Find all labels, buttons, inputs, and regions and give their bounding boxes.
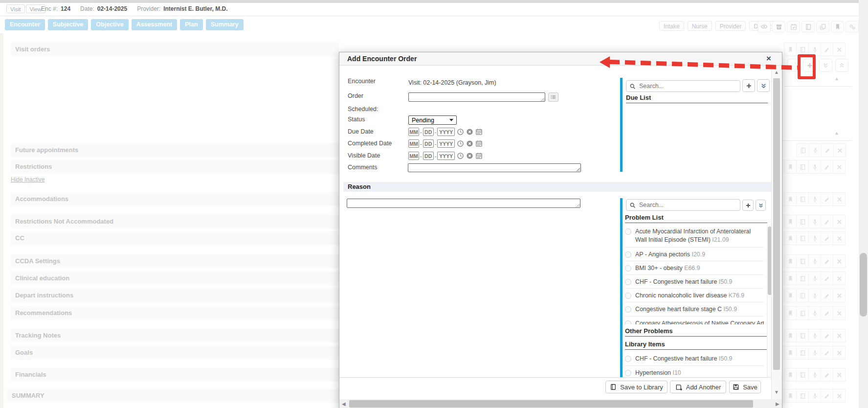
add-icon[interactable] (742, 79, 755, 92)
book-icon[interactable] (797, 143, 809, 157)
book-icon[interactable] (796, 329, 809, 342)
bookmark-icon[interactable] (784, 306, 797, 320)
close-icon[interactable] (833, 215, 846, 228)
expand-list-icon[interactable] (756, 200, 766, 211)
pencil-icon[interactable] (821, 143, 834, 157)
microphone-icon[interactable] (808, 389, 821, 403)
close-icon[interactable] (833, 43, 846, 56)
calendar-icon[interactable] (475, 128, 483, 136)
close-icon[interactable] (833, 143, 846, 157)
pencil-icon[interactable] (821, 192, 833, 206)
order-input[interactable] (408, 92, 545, 102)
close-icon[interactable] (833, 160, 846, 174)
radio-icon[interactable] (625, 251, 631, 258)
bookmark-icon[interactable] (784, 254, 797, 268)
order-list-icon[interactable] (548, 92, 558, 102)
section-restrictions-not-accommodated[interactable]: Restrictions Not Accommodated (11, 215, 339, 228)
problem-item[interactable]: BMI 30+ - obesity E66.9 (625, 261, 764, 275)
clear-date-icon[interactable] (466, 128, 473, 136)
radio-icon[interactable] (625, 265, 631, 272)
section-financials[interactable]: Financials (11, 368, 339, 382)
close-icon[interactable]: × (764, 54, 774, 64)
close-icon[interactable] (833, 272, 846, 285)
save-to-library-button[interactable]: Save to Library (605, 381, 668, 393)
book-icon[interactable] (796, 192, 809, 206)
section-accommodations[interactable]: Accommodations (11, 192, 339, 206)
bookmark-icon[interactable] (784, 43, 797, 56)
book-icon[interactable] (796, 346, 809, 360)
section-depart-instructions[interactable]: Depart instructions (11, 289, 339, 302)
microphone-icon[interactable] (808, 329, 821, 342)
microphone-icon[interactable] (808, 215, 821, 228)
problem-item[interactable]: CHF - Congestive heart failure I50.9 (625, 275, 764, 289)
clock-icon[interactable] (457, 152, 464, 159)
close-icon[interactable] (833, 306, 846, 320)
section-recommendations[interactable]: Recommendations (11, 306, 339, 320)
problem-item[interactable]: Congestive heart failure stage C I50.9 (625, 302, 764, 317)
close-icon[interactable] (833, 368, 846, 382)
section-cc[interactable]: CC (11, 231, 339, 245)
bookmark-icon[interactable] (784, 289, 797, 302)
book-icon[interactable] (796, 389, 809, 403)
due-search-input[interactable] (638, 82, 737, 90)
section-ccda-settings[interactable]: CCDA Settings (11, 254, 339, 268)
pencil-icon[interactable] (821, 329, 833, 342)
modal-horizontal-scrollbar[interactable]: ◀ ▶ (339, 399, 782, 408)
visible-yyyy-input[interactable] (437, 152, 455, 160)
pencil-icon[interactable] (821, 215, 833, 228)
completed-dd-input[interactable] (423, 139, 434, 148)
expand-list-icon[interactable] (757, 79, 770, 92)
book-icon[interactable] (796, 289, 809, 302)
reason-input[interactable] (347, 199, 580, 208)
save-button[interactable]: Save (729, 381, 761, 393)
clock-icon[interactable] (457, 128, 464, 136)
archive-icon[interactable] (772, 21, 785, 32)
due-dd-input[interactable] (423, 128, 434, 136)
radio-icon[interactable] (625, 356, 631, 362)
pencil-icon[interactable] (821, 43, 833, 56)
tab-objective[interactable]: Objective (91, 19, 128, 30)
scroll-down-icon[interactable]: ▼ (774, 389, 779, 395)
bookmark-icon[interactable] (831, 21, 844, 32)
bookmark-icon[interactable] (784, 192, 797, 206)
reason-search-input[interactable] (638, 201, 737, 209)
pencil-icon[interactable] (821, 231, 833, 245)
microphone-icon[interactable] (808, 231, 821, 245)
radio-icon[interactable] (625, 228, 631, 235)
add-another-button[interactable]: Add Another (670, 381, 726, 393)
pencil-icon[interactable] (821, 389, 833, 403)
microphone-icon[interactable] (808, 272, 821, 285)
section-tracking-notes[interactable]: Tracking Notes (11, 329, 339, 342)
pencil-icon[interactable] (821, 306, 833, 320)
microphone-icon[interactable] (808, 254, 821, 268)
completed-mm-input[interactable] (408, 139, 419, 148)
close-icon[interactable] (833, 329, 846, 342)
gears-icon[interactable] (846, 21, 859, 32)
radio-icon[interactable] (625, 370, 631, 376)
close-icon[interactable] (833, 289, 846, 302)
library-item[interactable]: CHF - Congestive heart failure I50.9 (625, 352, 764, 366)
expand-all-icon[interactable] (819, 59, 832, 72)
section-restrictions[interactable]: Restrictions (11, 160, 339, 174)
pencil-icon[interactable] (821, 160, 833, 174)
radio-icon[interactable] (625, 306, 631, 313)
problem-item[interactable]: AP - Angina pectoris I20.9 (625, 248, 764, 261)
hide-inactive-link[interactable]: Hide Inactive (11, 176, 45, 183)
book-icon[interactable] (796, 306, 809, 320)
pencil-icon[interactable] (821, 368, 833, 382)
browser-scrollbar-thumb[interactable] (860, 253, 867, 317)
book-icon[interactable] (796, 272, 809, 285)
clock-icon[interactable] (457, 140, 464, 147)
microphone-icon[interactable] (809, 143, 822, 157)
book-icon[interactable] (796, 231, 809, 245)
clear-date-icon[interactable] (466, 152, 473, 159)
due-yyyy-input[interactable] (437, 128, 455, 136)
scroll-right-icon[interactable]: ▶ (776, 401, 779, 407)
section-clinical-education[interactable]: Clinical education (11, 272, 339, 285)
completed-yyyy-input[interactable] (437, 139, 455, 148)
visit-button[interactable]: Visit (6, 4, 25, 13)
close-icon[interactable] (833, 231, 846, 245)
book-icon[interactable] (796, 368, 809, 382)
problem-item[interactable]: Acute Myocardial Infarction of Anterolat… (625, 225, 764, 248)
bookmark-icon[interactable] (784, 389, 797, 403)
